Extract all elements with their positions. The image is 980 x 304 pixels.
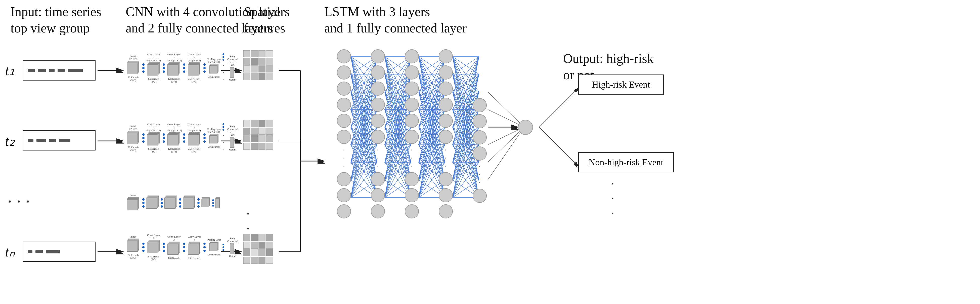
- cnn-pool: Pooling layer256@(1×1) 256 neurons: [207, 58, 221, 78]
- svg-line-265: [453, 57, 479, 74]
- dots-cnn-block: Input: [126, 194, 221, 212]
- output-box-high: High-risk Event: [578, 75, 664, 94]
- lstm-col1: ···: [337, 49, 351, 218]
- svg-line-267: [453, 74, 479, 92]
- svg-line-339: [539, 88, 578, 127]
- tn-cnn-block: Input 32 Kernels(3×3) Conv Layer 2 64 Ke…: [126, 234, 240, 261]
- tn-timeseries-box: [22, 242, 95, 262]
- t1-label: t₁: [5, 62, 15, 79]
- cnn-fc1: Fully Connected Layer 1256 Output: [226, 55, 240, 81]
- lstm-col5-fc: ···: [473, 98, 487, 203]
- svg-line-275: [453, 74, 479, 92]
- lstm-col2: ···: [371, 49, 385, 218]
- ts-bar: [28, 250, 32, 253]
- dot-connector-2: [163, 63, 165, 73]
- ts-bar-wide: [59, 139, 70, 142]
- svg-line-345: [488, 127, 524, 162]
- input-label: Input: time series top view group: [11, 3, 101, 36]
- lstm-label: LSTM with 3 layers and 1 fully connected…: [324, 3, 467, 36]
- dot-connector-1: [142, 63, 145, 73]
- svg-line-341: [488, 92, 524, 127]
- tn-label: tₙ: [5, 243, 15, 260]
- lstm-col4: ···: [439, 49, 453, 218]
- ts-bar: [37, 139, 46, 142]
- t1-spatial-grid: [243, 50, 273, 80]
- ts-bar: [38, 69, 46, 72]
- ts-bar: [57, 69, 65, 72]
- t1-timeseries-box: [22, 61, 95, 80]
- ts-bar-wide: [46, 250, 60, 253]
- lstm-output-node: [518, 120, 533, 135]
- cnn-conv1: Input128×25 32 Kernels(3×3): [126, 54, 141, 82]
- t2-spatial-grid: [243, 120, 273, 150]
- output-dots: ···: [611, 176, 614, 221]
- t2-timeseries-box: [22, 130, 95, 150]
- dot-connector-4: [204, 63, 206, 73]
- t1-cnn-block: Input128×25 32 Kernels(3×3) Conv Layer 2…: [126, 53, 240, 83]
- output-box-nonhigh: Non-high-risk Event: [578, 152, 674, 173]
- dot-connector-5: ···: [223, 53, 224, 83]
- ts-bar: [28, 139, 33, 142]
- cnn-conv2: Conv Layer 264@(25×25) 64 Kernels(3×3): [146, 53, 161, 83]
- dot-connector-3: [183, 63, 185, 73]
- svg-line-346: [488, 127, 524, 180]
- cnn-conv4: Conv Layer 4256@(5×5) 256 Kernels(3×3): [187, 53, 202, 83]
- ts-bar-wide: [68, 69, 83, 72]
- ts-bar: [49, 139, 56, 142]
- svg-line-340: [539, 127, 578, 166]
- ts-bar: [28, 69, 35, 72]
- ts-bar: [49, 69, 54, 72]
- tn-spatial-grid: [243, 234, 273, 264]
- lstm-col3: ···: [405, 49, 419, 218]
- svg-line-274: [453, 57, 479, 92]
- svg-line-258: [453, 57, 479, 92]
- dots-row-label: · · ·: [8, 191, 30, 212]
- cnn-conv3: Conv Layer 3128@(11×11) 128 Kernels(3×3): [166, 53, 181, 83]
- ts-bar: [35, 250, 43, 253]
- svg-line-257: [453, 57, 479, 74]
- spatial-label: Spatial features: [244, 3, 285, 36]
- t2-label: t₂: [5, 132, 15, 149]
- t2-cnn-block: Input128×25 32 Kernels(3×3) Conv Layer 2…: [126, 123, 240, 153]
